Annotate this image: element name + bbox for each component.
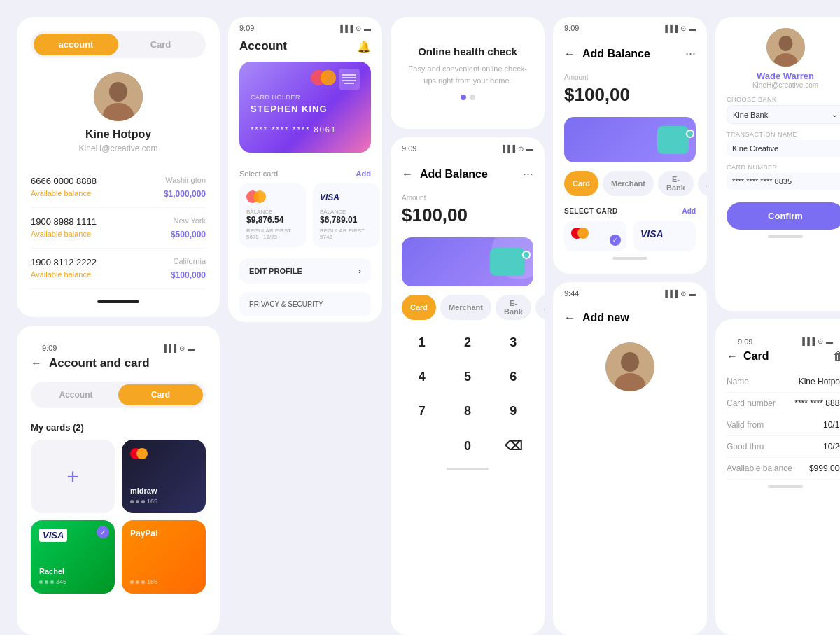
choose-bank-field: CHOOSE BANK Kine Bank ⌄ [727, 96, 840, 124]
select-card-label: SELECT CARD [564, 207, 618, 215]
key-6[interactable]: 6 [493, 363, 533, 391]
back-arrow-icon[interactable]: ← [564, 312, 575, 324]
delete-icon[interactable]: 🗑 [833, 350, 840, 363]
signal-icon: ▐▐▐ [663, 290, 678, 298]
card-dots: 165 [130, 498, 197, 505]
card-title: Card [743, 350, 769, 363]
scroll-indicator [612, 257, 648, 260]
back-arrow-icon[interactable]: ← [564, 48, 575, 60]
card-visual [402, 237, 533, 286]
status-bar: 9:09 ▐▐▐ ⊙ ▬ [31, 337, 206, 356]
key-backspace[interactable]: ⌫ [493, 431, 533, 461]
card-label: midraw [130, 487, 197, 495]
back-header: ← Add new [553, 302, 707, 331]
good-thru-row: Good thru 10/20 [727, 436, 840, 458]
more-dots-icon[interactable]: ··· [523, 167, 533, 181]
tab-card-btn[interactable]: Card [402, 295, 436, 320]
dots-indicator [461, 95, 475, 100]
key-4[interactable]: 4 [402, 363, 442, 391]
tab-merchant-btn[interactable]: Merchant [603, 171, 654, 196]
tab-card[interactable]: Card [118, 34, 203, 55]
key-8[interactable]: 8 [447, 397, 487, 426]
visa-option[interactable]: VISA [634, 221, 696, 251]
key-3[interactable]: 3 [493, 328, 533, 357]
account-item: 1900 8112 2222 California Available bala… [31, 249, 206, 289]
tab-merchant-btn[interactable]: Merchant [440, 295, 491, 320]
privacy-label: PRIVACY & SECURITY [249, 300, 323, 308]
card-number-short: 165 [147, 498, 158, 505]
amount-label: Amount [564, 74, 696, 81]
paypal-card[interactable]: PayPal 165 [122, 520, 206, 594]
back-arrow-icon[interactable]: ← [727, 350, 738, 363]
bell-icon[interactable]: 🔔 [357, 40, 371, 53]
amount-section: Amount $100,00 [391, 188, 545, 237]
edit-profile-row[interactable]: EDIT PROFILE › [239, 258, 371, 284]
sub-tab-account[interactable]: Account [34, 384, 118, 405]
add-button[interactable]: Add [356, 169, 371, 178]
tab-atm-btn[interactable]: ATM [698, 171, 707, 196]
battery-icon: ▬ [364, 25, 371, 32]
health-panel: Online health check Easy and convenient … [391, 17, 545, 129]
wifi-icon: ⊙ [518, 145, 524, 153]
visa-card[interactable]: ✓ VISA Rachel 345 [31, 520, 115, 594]
small-card-1[interactable]: BALANCE $9,876.54 REGULAR FIRST 5678 12/… [239, 183, 306, 247]
health-title: Online health check [418, 46, 517, 57]
available-label: Available balance [31, 230, 91, 239]
back-arrow-icon[interactable]: ← [402, 168, 413, 181]
name-row: Name Kine Hotpoy [727, 371, 840, 393]
account-location: Washington [165, 176, 206, 186]
tab-card-btn[interactable]: Card [564, 171, 598, 196]
key-2[interactable]: 2 [447, 328, 487, 357]
account-card-panel: account Card Kine Hotpoy KineH@creative.… [17, 17, 220, 317]
tab-ebank-btn[interactable]: E-Bank [496, 295, 531, 320]
name-label: Name [727, 377, 749, 386]
signal-icon: ▐▐▐ [500, 145, 515, 153]
key-7[interactable]: 7 [402, 397, 442, 426]
valid-from-label: Valid from [727, 420, 764, 430]
valid-from-row: Valid from 10/15 [727, 414, 840, 436]
tab-account[interactable]: account [34, 34, 118, 55]
battery-icon: ▬ [188, 344, 195, 352]
available-balance-label: Available balance [727, 463, 792, 473]
card-number: **** **** **** 8061 [251, 125, 360, 134]
status-bar: 9:09 ▐▐▐ ⊙ ▬ [727, 330, 840, 350]
mastercard-option[interactable]: ✓ [564, 221, 626, 251]
tab-atm-btn[interactable]: ATM [536, 295, 545, 320]
account-number: 6666 0000 8888 [31, 176, 97, 186]
more-dots-icon[interactable]: ··· [685, 46, 696, 61]
card-dots: 165 [130, 578, 197, 585]
available-balance-row: Available balance $999,000 [727, 458, 840, 480]
small-card-2[interactable]: VISA BALANCE $6,789.01 REGULAR FIRST 574… [313, 183, 379, 247]
tab-ebank-btn[interactable]: E-Bank [658, 171, 694, 196]
key-1[interactable]: 1 [402, 328, 442, 357]
back-arrow-icon[interactable]: ← [31, 357, 42, 370]
time-display: 9:09 [402, 144, 416, 153]
status-icons: ▐▐▐ ⊙ ▬ [800, 337, 833, 345]
midraw-card[interactable]: midraw 165 [122, 440, 206, 513]
visa-small: VISA [320, 190, 372, 203]
balance: $100,000 [171, 270, 206, 280]
privacy-row[interactable]: PRIVACY & SECURITY [239, 292, 371, 316]
wifi-icon: ⊙ [680, 25, 686, 32]
sub-tab-card[interactable]: Card [118, 384, 203, 405]
add-button[interactable]: Add [682, 207, 696, 215]
card-number-row: Card number **** **** 8888 [727, 393, 840, 414]
card-visual-2 [564, 117, 696, 162]
status-icons: ▐▐▐ ⊙ ▬ [338, 25, 371, 32]
card-chip-icon [490, 248, 525, 276]
card-meta: REGULAR FIRST 5678 12/23 [246, 228, 299, 240]
key-0[interactable]: 0 [447, 431, 487, 461]
amount-label: Amount [402, 194, 533, 202]
battery-icon: ▬ [689, 25, 696, 32]
key-9[interactable]: 9 [493, 397, 533, 426]
health-desc: Easy and convenient online check-ups rig… [405, 63, 531, 86]
avatar [94, 72, 143, 121]
time-display: 9:44 [564, 289, 579, 298]
panel5-top: 9:09 ▐▐▐ ⊙ ▬ ← Account and card Account … [17, 326, 220, 419]
key-5[interactable]: 5 [447, 363, 487, 391]
card-dots: 345 [39, 578, 106, 585]
choose-bank-select[interactable]: Kine Bank ⌄ [727, 105, 840, 124]
checkmark-badge: ✓ [97, 526, 109, 538]
add-card-button[interactable]: + [31, 440, 115, 513]
confirm-button[interactable]: Confirm [727, 202, 840, 230]
